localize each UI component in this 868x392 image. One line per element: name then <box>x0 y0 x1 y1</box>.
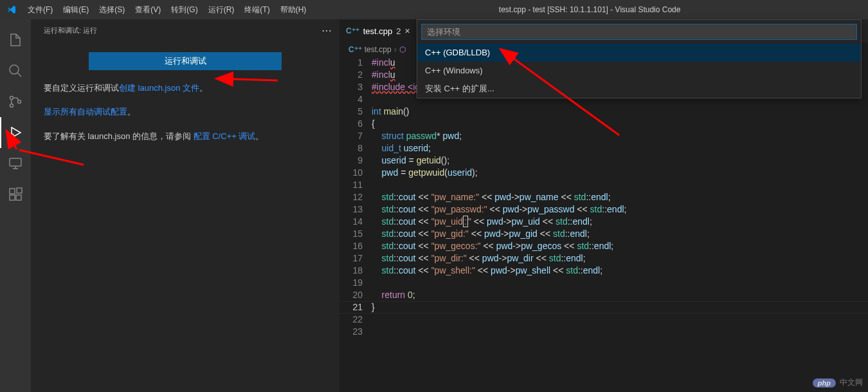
custom-text: 要自定义运行和调试创建 launch.json 文件。 <box>44 80 327 95</box>
menu-edit[interactable]: 编辑(E) <box>58 0 94 19</box>
environment-picker: C++ (GDB/LLDB) C++ (Windows) 安装 C++ 的扩展.… <box>417 19 862 98</box>
cpp-file-icon: C⁺⁺ <box>348 45 362 54</box>
svg-rect-9 <box>17 188 22 193</box>
editor-area: C⁺⁺ test.cpp 2 × C⁺⁺ test.cpp › ⬡ 123456… <box>339 19 868 392</box>
symbol-icon: ⬡ <box>399 45 406 54</box>
run-and-debug-button[interactable]: 运行和调试 <box>89 52 282 70</box>
svg-rect-7 <box>10 195 15 200</box>
explorer-icon[interactable] <box>0 24 31 55</box>
environment-picker-input[interactable] <box>421 24 857 40</box>
tab-test-cpp[interactable]: C⁺⁺ test.cpp 2 × <box>339 19 417 42</box>
cpp-file-icon: C⁺⁺ <box>346 26 359 35</box>
env-option-install-ext[interactable]: 安装 C++ 的扩展... <box>417 80 861 98</box>
svg-point-0 <box>10 65 19 74</box>
php-badge: php <box>813 378 836 387</box>
code-editor[interactable]: 1234567891011121314151617181920212223 #i… <box>339 57 868 392</box>
svg-rect-6 <box>10 189 15 194</box>
title-bar: 文件(F) 编辑(E) 选择(S) 查看(V) 转到(G) 运行(R) 终端(T… <box>0 0 868 19</box>
svg-point-2 <box>10 104 14 107</box>
watermark: php 中文网 <box>813 377 863 388</box>
tab-filename: test.cpp <box>363 26 393 36</box>
show-configs-text: 显示所有自动调试配置。 <box>44 104 327 119</box>
show-auto-debug-configs-link[interactable]: 显示所有自动调试配置 <box>44 107 127 117</box>
sidebar-title: 运行和调试: 运行 <box>44 26 97 35</box>
env-option-gdb-lldb[interactable]: C++ (GDB/LLDB) <box>417 44 861 62</box>
svg-rect-8 <box>16 195 21 200</box>
menu-view[interactable]: 查看(V) <box>130 0 166 19</box>
sidebar-header: 运行和调试: 运行 ⋯ <box>31 19 339 42</box>
more-actions-icon[interactable]: ⋯ <box>321 24 332 37</box>
run-debug-icon[interactable] <box>0 117 31 148</box>
extensions-icon[interactable] <box>0 179 31 210</box>
menu-go[interactable]: 转到(G) <box>166 0 203 19</box>
svg-point-3 <box>18 100 21 104</box>
window-title: test.cpp - test [SSH: 10.1.1.101] - Visu… <box>311 5 868 14</box>
svg-rect-5 <box>10 158 21 166</box>
create-launch-json-link[interactable]: 创建 launch.json 文件 <box>119 83 199 93</box>
menu-help[interactable]: 帮助(H) <box>275 0 312 19</box>
code-lines[interactable]: #inclu#inclu#include <iostream> int main… <box>372 57 868 392</box>
menu-run[interactable]: 运行(R) <box>203 0 240 19</box>
menu-bar: 文件(F) 编辑(E) 选择(S) 查看(V) 转到(G) 运行(R) 终端(T… <box>23 0 311 19</box>
chevron-right-icon: › <box>394 45 397 54</box>
remote-explorer-icon[interactable] <box>0 148 31 179</box>
learn-more-text: 要了解有关 launch.json 的信息，请参阅 配置 C/C++ 调试。 <box>44 129 327 144</box>
breadcrumb-file: test.cpp <box>365 45 392 54</box>
close-tab-icon[interactable]: × <box>404 26 410 36</box>
svg-point-1 <box>10 97 14 100</box>
sidebar-body: 运行和调试 要自定义运行和调试创建 launch.json 文件。 显示所有自动… <box>31 42 339 159</box>
search-icon[interactable] <box>0 55 31 86</box>
activity-bar <box>0 19 31 392</box>
menu-selection[interactable]: 选择(S) <box>94 0 130 19</box>
run-debug-sidebar: 运行和调试: 运行 ⋯ 运行和调试 要自定义运行和调试创建 launch.jso… <box>31 19 339 392</box>
line-gutter: 1234567891011121314151617181920212223 <box>339 57 372 392</box>
tab-modified-badge: 2 <box>396 26 401 36</box>
menu-file[interactable]: 文件(F) <box>23 0 58 19</box>
menu-terminal[interactable]: 终端(T) <box>239 0 275 19</box>
watermark-text: 中文网 <box>840 377 863 388</box>
vscode-logo-icon <box>0 5 23 15</box>
env-option-windows[interactable]: C++ (Windows) <box>417 62 861 80</box>
configure-cpp-debug-link[interactable]: 配置 C/C++ 调试 <box>194 131 256 141</box>
source-control-icon[interactable] <box>0 86 31 117</box>
